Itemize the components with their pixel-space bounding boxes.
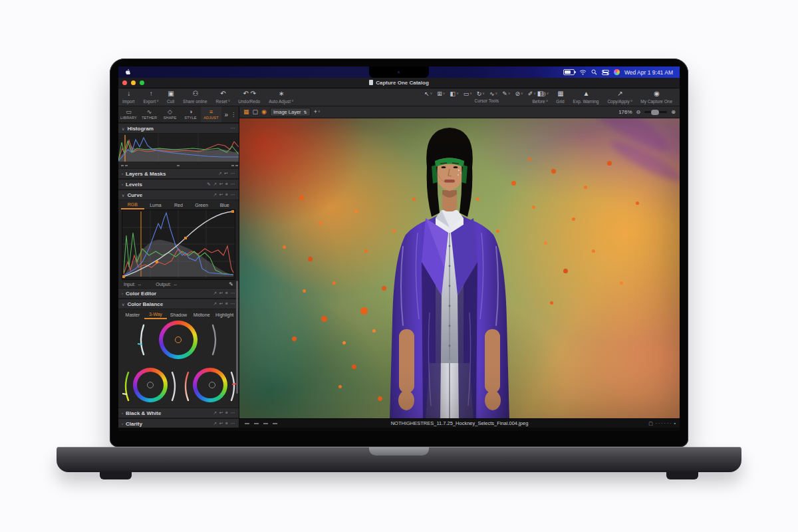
midtone-right-slider[interactable] [211, 324, 219, 356]
zoom-in-icon[interactable]: ⊕ [671, 109, 676, 115]
zoom-level[interactable]: 176% [618, 109, 632, 115]
toolbar-button[interactable]: ▣ Cull [163, 88, 179, 106]
sidebar-tab-icon: ≡ [209, 109, 213, 116]
sidebar-tab[interactable]: ◇ SHAPE [160, 106, 180, 122]
section-actions-icons[interactable]: ↗ ↩ ≡ ⋯ [213, 410, 235, 416]
midtone-wheel-handle[interactable] [175, 336, 182, 343]
keystone-icon[interactable]: ∿∨ [489, 91, 497, 97]
highlight-wheel-handle[interactable] [209, 382, 215, 388]
layer-selector[interactable]: Image Layer ⇅ [270, 108, 311, 116]
curve-channel-tab[interactable]: Green [190, 201, 213, 209]
curve-graph[interactable] [122, 209, 235, 280]
curve-channel-tab[interactable]: Luma [144, 201, 168, 209]
curve-output-value: -- [174, 282, 177, 287]
viewer-toolbar: ▦ ▢ ◉ Image Layer ⇅ +∨ 176% ⊖ ⊕ [239, 106, 680, 118]
wifi-icon[interactable] [579, 70, 587, 75]
multi-view-icon[interactable]: ▦ [243, 109, 249, 115]
rubber-foot [100, 472, 132, 479]
midtone-color-wheel-row [118, 320, 239, 360]
toolbar-button[interactable]: ▲ Exp. Warning [569, 88, 604, 106]
select-cursor-icon[interactable]: ↖∨ [424, 91, 432, 97]
sidebar-scrollbar[interactable] [236, 281, 238, 394]
color-balance-tab[interactable]: 3-Way [144, 310, 168, 319]
section-actions-icons[interactable]: ↗ ↩ ⋯ [218, 171, 235, 176]
erase-mask-icon[interactable]: ⊘∨ [515, 91, 523, 97]
curve-io-row: Input:-- Output:-- ✎ [118, 280, 239, 288]
screen-content: Wed Apr 1 9:41 AM Capture One Catalog ↓ … [118, 66, 680, 431]
photo-canvas[interactable] [239, 118, 680, 418]
toolbar-button-icon: ▣ [168, 90, 174, 98]
section-header-color-editor[interactable]: › Color Editor ↗ ↩ ≡ ⋯ [118, 288, 239, 299]
add-layer-icon[interactable]: +∨ [314, 109, 321, 115]
shadow-color-wheel[interactable] [133, 368, 168, 402]
toolbar-button[interactable]: ↗ Copy/Apply∨ [603, 88, 636, 106]
toolbar-button[interactable]: ∗ Auto Adjust∨ [265, 88, 298, 106]
section-header[interactable]: › Layers & Masks ↗ ↩ ⋯ [118, 168, 239, 179]
toolbar-button[interactable]: ↑ Export∨ [139, 88, 162, 106]
sidebar-tab[interactable]: ▭ LIBRARY [118, 106, 139, 122]
sidebar-tab[interactable]: ◑ STYLE [180, 106, 201, 122]
section-actions-icons[interactable]: ↗ ↩ ≡ ⋯ [213, 291, 235, 296]
section-header[interactable]: › Clarity ↗ ↩ ≡ ⋯ [118, 418, 239, 428]
toolbar-button[interactable]: ◉ My Capture One [636, 88, 677, 106]
search-icon[interactable] [591, 69, 597, 75]
section-actions-icons[interactable]: ↗ ↩ ≡ ⋯ [213, 421, 235, 426]
section-actions-icons[interactable]: ⋯ [231, 126, 236, 131]
section-header[interactable]: › Levels ✎ ↗ ↩ ≡ ⋯ [118, 179, 239, 190]
color-balance-tab[interactable]: Shadow [167, 311, 190, 319]
sidebar-tab[interactable]: ∿ TETHER [139, 106, 160, 122]
tab-menu-icon[interactable]: ⋮ [231, 112, 236, 118]
menu-clock[interactable]: Wed Apr 1 9:41 AM [624, 69, 673, 76]
shadow-wheel-handle[interactable] [147, 382, 154, 388]
zoom-slider-thumb[interactable] [651, 110, 659, 115]
single-view-icon[interactable]: ▢ [253, 109, 259, 115]
toolbar-button-icon: ↑ [150, 90, 153, 98]
crop-icon[interactable]: ▭∨ [464, 91, 472, 97]
control-center-icon[interactable] [602, 70, 609, 75]
section-actions-icons[interactable]: ↗ ↩ ≡ ⋯ [213, 301, 235, 307]
color-balance-tab[interactable]: Master [121, 311, 144, 319]
battery-icon[interactable] [563, 69, 575, 75]
toolbar-button[interactable]: ▦ Grid [552, 88, 569, 106]
curve-channel-tab[interactable]: Blue [213, 201, 236, 209]
highlight-color-wheel[interactable] [193, 368, 227, 402]
highlight-left-slider[interactable] [182, 371, 190, 402]
zoom-slider[interactable] [644, 111, 667, 113]
curve-picker-icon[interactable]: ✎ [229, 281, 233, 287]
tab-overflow-icon[interactable]: » [224, 111, 228, 118]
sidebar-tab-bar: ▭ LIBRARY ∿ TETHER ◇ SHAPE ◑ STYLE ≡ ADJ… [118, 106, 239, 123]
color-balance-tabs: Master3-WayShadowMidtoneHighlight [118, 309, 239, 320]
toolbar-button-icon: ↶ [220, 90, 225, 98]
midtone-left-slider[interactable] [137, 324, 145, 356]
menu-status-area: Wed Apr 1 9:41 AM [563, 69, 680, 76]
color-balance-tab[interactable]: Midtone [190, 311, 213, 319]
pan-hand-icon[interactable]: ⊞∨ [437, 91, 445, 97]
proof-view-icon[interactable]: ◉ [261, 109, 267, 115]
section-actions-icons[interactable]: ✎ ↗ ↩ ≡ ⋯ [207, 182, 235, 187]
loupe-icon[interactable]: ◧∨ [450, 91, 458, 97]
zoom-out-icon[interactable]: ⊖ [636, 109, 641, 115]
wheel-labels [118, 360, 239, 366]
shadow-left-slider[interactable] [122, 371, 130, 402]
curve-channel-tab[interactable]: RGB [121, 201, 144, 209]
toolbar-button[interactable]: ↶ Reset∨ [212, 88, 235, 106]
curve-channel-tab[interactable]: Red [167, 201, 190, 209]
toolbar-button[interactable]: ◧ Before∨ [529, 88, 553, 106]
section-header[interactable]: › Black & White ↗ ↩ ≡ ⋯ [118, 408, 239, 418]
midtone-color-wheel[interactable] [159, 321, 198, 359]
section-header-color-balance[interactable]: ∨ Color Balance ↗ ↩ ≡ ⋯ [118, 299, 239, 309]
draw-mask-icon[interactable]: ✎∨ [502, 91, 510, 97]
toolbar-button[interactable]: ↓ Import [118, 88, 139, 106]
apple-logo-icon[interactable] [125, 68, 131, 76]
sidebar-tab[interactable]: ≡ ADJUST [201, 106, 221, 122]
color-balance-tab[interactable]: Highlight [213, 311, 236, 319]
app-toolbar: ↓ Import ↑ Export∨ ▣ Cull ⚇ Share online… [118, 88, 680, 106]
toolbar-button[interactable]: ⚇ Share online [179, 88, 212, 106]
section-header-histogram[interactable]: ∨ Histogram ⋯ [118, 123, 239, 134]
section-actions-icons[interactable]: ↗ ↩ ≡ ⋯ [213, 192, 235, 198]
menu-extra-app-icon[interactable] [614, 69, 620, 75]
section-header-curve[interactable]: ∨ Curve ↗ ↩ ≡ ⋯ [118, 190, 239, 200]
toolbar-button[interactable]: ↶ ↷ Undo/Redo [234, 88, 265, 106]
rotate-icon[interactable]: ↻∨ [477, 91, 485, 97]
shadow-right-slider[interactable] [171, 371, 178, 402]
